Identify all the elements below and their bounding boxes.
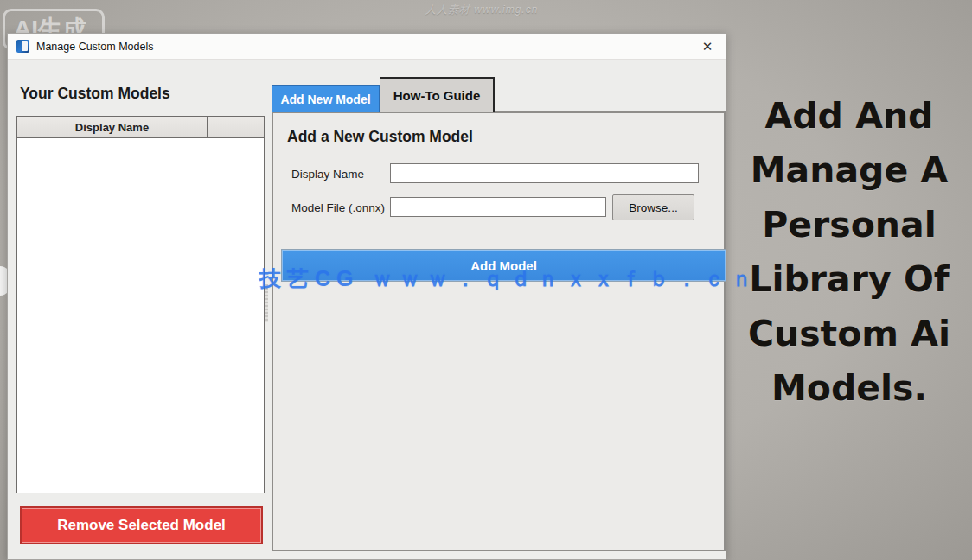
caption-line: Manage A	[726, 143, 972, 198]
site-watermark: 技艺CG ｗｗｗ．ｑｄｎｘｘｆｂ．ｃｎ	[259, 264, 744, 293]
caption-line: Add And	[726, 89, 972, 143]
tab-add-new-model[interactable]: Add New Model	[272, 85, 380, 112]
custom-models-table[interactable]: Display Name	[16, 116, 265, 493]
screen: 人人素材 www.img.cn AI生成 Manage Custom Model…	[0, 0, 972, 560]
manage-custom-models-dialog: Manage Custom Models ✕ Your Custom Model…	[7, 33, 726, 560]
caption-line: Models.	[726, 361, 972, 416]
browse-button[interactable]: Browse...	[612, 194, 694, 220]
display-name-input[interactable]	[390, 163, 699, 183]
left-panel-heading: Your Custom Models	[20, 85, 170, 103]
top-watermark: 人人素材 www.img.cn	[425, 3, 564, 17]
column-header-display-name[interactable]: Display Name	[17, 117, 208, 137]
caption-line: Custom Ai	[726, 307, 972, 361]
table-body-empty[interactable]	[17, 138, 264, 493]
display-name-label: Display Name	[291, 168, 364, 181]
remove-selected-model-button[interactable]: Remove Selected Model	[20, 506, 263, 544]
title-bar: Manage Custom Models ✕	[8, 34, 726, 60]
model-file-input[interactable]	[390, 197, 606, 217]
close-button[interactable]: ✕	[698, 37, 717, 56]
side-caption: Add And Manage A Personal Library Of Cus…	[726, 89, 972, 416]
app-icon	[16, 40, 29, 53]
table-header-row: Display Name	[17, 117, 264, 138]
form-heading: Add a New Custom Model	[287, 128, 473, 146]
tab-how-to-guide[interactable]: How-To Guide	[380, 77, 495, 112]
window-title: Manage Custom Models	[36, 41, 153, 53]
caption-line: Personal	[726, 198, 972, 252]
model-file-label: Model File (.onnx)	[291, 201, 385, 214]
caption-line: Library Of	[726, 252, 972, 307]
column-header-extra[interactable]	[208, 117, 264, 137]
